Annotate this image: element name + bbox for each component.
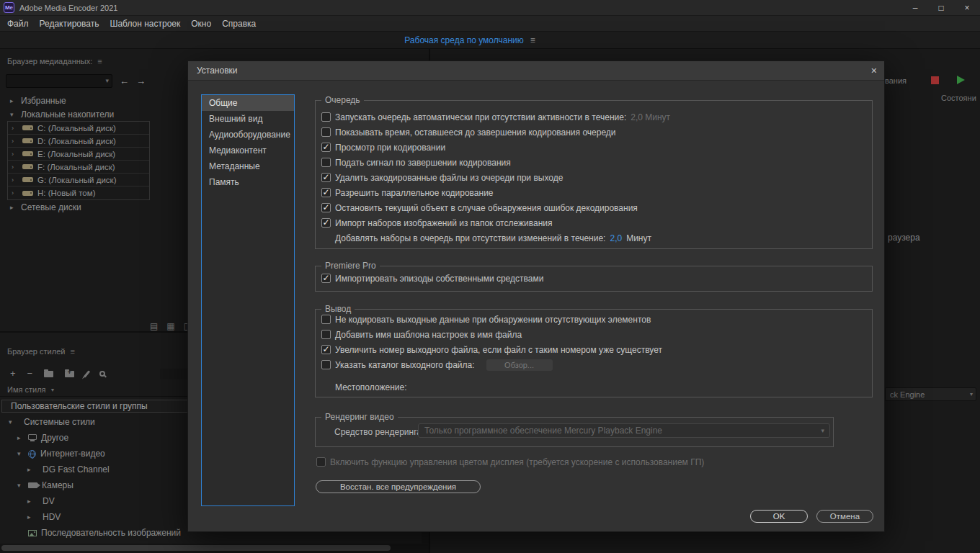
- group-queue: Очередь Запускать очередь автоматически …: [315, 100, 873, 249]
- checkbox[interactable]: [321, 158, 331, 167]
- checkbox-row-display-color-management: Включить функцию управления цветом диспл…: [316, 454, 704, 469]
- group-title: Вывод: [321, 304, 355, 314]
- minimize-button[interactable]: –: [902, 0, 928, 16]
- checkbox-row-show-remaining-time[interactable]: Показывать время, оставшееся до завершен…: [321, 125, 872, 140]
- checkbox-label: Импорт наборов изображений из папок отсл…: [335, 218, 552, 228]
- checkbox-row-parallel-encoding[interactable]: Разрешить параллельное кодирование: [321, 185, 872, 200]
- checkbox-label: Указать каталог выходного файла:: [335, 360, 475, 370]
- ok-button[interactable]: OK: [750, 510, 808, 523]
- window-title: Adobe Media Encoder 2021: [19, 4, 117, 12]
- group-premiere-pro: Premiere Pro Импортировать эпизоды собст…: [315, 266, 873, 292]
- checkbox-row-beep-on-finish[interactable]: Подать сигнал по завершении кодирования: [321, 155, 872, 170]
- group-output: Вывод Не кодировать выходные данные при …: [315, 309, 873, 397]
- location-row: Местоположение:: [321, 379, 872, 395]
- category-metadata[interactable]: Метаданные: [202, 158, 294, 174]
- timeout-value-disabled: 2,0 Минут: [631, 112, 670, 122]
- checkbox-row-increment-file-number[interactable]: Увеличить номер выходного файла, если фа…: [321, 342, 872, 357]
- menu-help[interactable]: Справка: [222, 19, 264, 29]
- menu-bar: Файл Редактировать Шаблон настроек Окно …: [0, 16, 980, 32]
- checkbox-row-auto-start[interactable]: Запускать очередь автоматически при отсу…: [321, 109, 872, 125]
- checkbox-row-remove-completed[interactable]: Удалить закодированные файлы из очереди …: [321, 170, 872, 185]
- close-button[interactable]: ×: [954, 0, 980, 16]
- checkbox[interactable]: [321, 143, 331, 152]
- checkbox-label: Запускать очередь автоматически при отсу…: [335, 112, 626, 122]
- group-video-rendering: Рендеринг видео Средство рендеринга: Тол…: [315, 417, 834, 447]
- category-list: Общие Внешний вид Аудиооборудование Меди…: [201, 94, 295, 506]
- group-title: Рендеринг видео: [321, 412, 398, 422]
- menu-file[interactable]: Файл: [7, 19, 37, 29]
- renderer-dropdown: Только программное обеспечение Mercury P…: [418, 423, 830, 438]
- checkbox[interactable]: [321, 188, 331, 197]
- workspace-tab[interactable]: Рабочая среда по умолчанию: [404, 35, 523, 45]
- location-label: Местоположение:: [335, 382, 406, 392]
- group-title: Очередь: [321, 95, 364, 105]
- checkbox[interactable]: [321, 360, 331, 369]
- dialog-title: Установки: [197, 66, 237, 76]
- panel-menu-icon[interactable]: ≡: [530, 35, 535, 45]
- checkbox[interactable]: [321, 127, 331, 137]
- checkbox-label: Остановить текущий объект в случае обнар…: [335, 203, 638, 213]
- checkbox-label: Подать сигнал по завершении кодирования: [335, 158, 511, 168]
- checkbox-row-stop-on-decode-errors[interactable]: Остановить текущий объект в случае обнар…: [321, 200, 872, 215]
- category-general[interactable]: Общие: [202, 95, 294, 111]
- renderer-label: Средство рендеринга:: [334, 427, 424, 437]
- category-memory[interactable]: Память: [202, 174, 294, 190]
- workspace-bar: Рабочая среда по умолчанию ≡: [0, 32, 980, 49]
- checkbox[interactable]: [321, 315, 331, 324]
- checkbox-label: Увеличить номер выходного файла, если фа…: [335, 345, 662, 355]
- category-media[interactable]: Медиаконтент: [202, 143, 294, 158]
- menu-window[interactable]: Окно: [191, 19, 219, 29]
- checkbox-label: Просмотр при кодировании: [335, 143, 445, 153]
- menu-preset[interactable]: Шаблон настроек: [110, 19, 188, 29]
- checkbox-row-append-preset-name[interactable]: Добавить имя шаблона настроек в имя файл…: [321, 327, 872, 342]
- timeout-unit: Минут: [626, 233, 651, 243]
- dialog-titlebar: Установки ×: [188, 61, 884, 81]
- checkbox[interactable]: [321, 203, 331, 212]
- checkbox[interactable]: [321, 112, 331, 122]
- close-icon[interactable]: ×: [871, 65, 877, 76]
- reset-warnings-button[interactable]: Восстан. все предупреждения: [316, 480, 481, 493]
- maximize-button[interactable]: □: [928, 0, 954, 16]
- category-appearance[interactable]: Внешний вид: [202, 111, 294, 127]
- checkbox-row-no-encode-missing-items[interactable]: Не кодировать выходные данные при обнару…: [321, 312, 872, 327]
- menu-edit[interactable]: Редактировать: [40, 19, 107, 29]
- checkbox-label: Включить функцию управления цветом диспл…: [330, 457, 704, 467]
- checkbox: [316, 457, 326, 467]
- checkbox-label: Не кодировать выходные данные при обнару…: [335, 315, 651, 325]
- window-controls: – □ ×: [902, 0, 980, 16]
- checkbox[interactable]: [321, 345, 331, 354]
- watch-folder-timeout-row: Добавлять наборы в очередь при отсутстви…: [321, 230, 872, 246]
- window-titlebar: Me Adobe Media Encoder 2021 – □ ×: [0, 0, 980, 16]
- checkbox-label: Разрешить параллельное кодирование: [335, 188, 494, 198]
- checkbox-label: Удалить закодированные файлы из очереди …: [335, 173, 563, 183]
- checkbox[interactable]: [321, 330, 331, 339]
- preferences-dialog: Установки × Общие Внешний вид Аудиообору…: [187, 60, 885, 532]
- checkbox-label: Добавить имя шаблона настроек в имя файл…: [335, 330, 522, 340]
- category-audio-hardware[interactable]: Аудиооборудование: [202, 127, 294, 143]
- checkbox-row-native-sequence-import[interactable]: Импортировать эпизоды собственными средс…: [321, 271, 872, 286]
- group-title: Premiere Pro: [321, 261, 380, 271]
- checkbox[interactable]: [321, 218, 331, 228]
- checkbox[interactable]: [321, 173, 331, 182]
- checkbox[interactable]: [321, 274, 331, 283]
- checkbox-row-preview-while-encoding[interactable]: Просмотр при кодировании: [321, 140, 872, 155]
- app-logo-icon: Me: [4, 2, 14, 13]
- cancel-button[interactable]: Отмена: [816, 510, 873, 523]
- checkbox-label: Импортировать эпизоды собственными средс…: [335, 274, 543, 284]
- checkbox-label: Показывать время, оставшееся до завершен…: [335, 127, 616, 138]
- checkbox-row-watch-folder-import[interactable]: Импорт наборов изображений из папок отсл…: [321, 215, 872, 230]
- timeout-value[interactable]: 2,0: [610, 233, 622, 243]
- dropdown-value: Только программное обеспечение Mercury P…: [424, 426, 662, 436]
- chevron-down-icon: ▾: [821, 427, 824, 434]
- checkbox-row-specify-output-folder[interactable]: Указать каталог выходного файла: Обзор..…: [321, 357, 872, 372]
- browse-button: Обзор...: [486, 359, 553, 371]
- row-label: Добавлять наборы в очередь при отсутстви…: [335, 233, 605, 243]
